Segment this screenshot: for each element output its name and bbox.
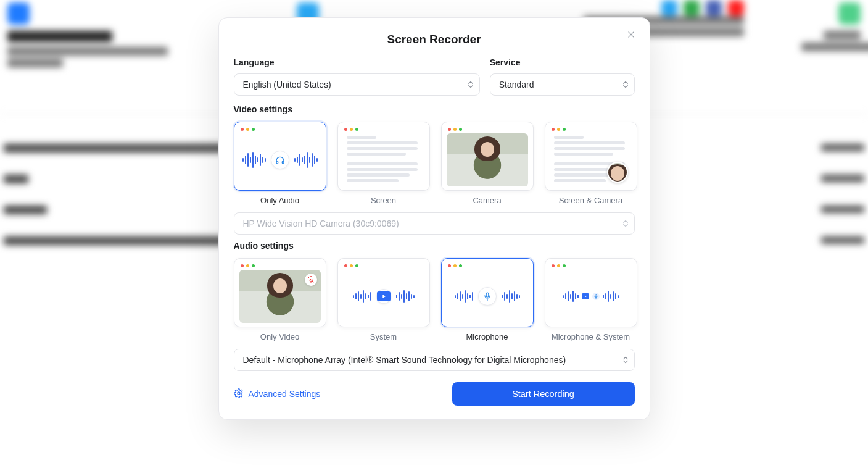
chevron-updown-icon xyxy=(468,81,473,88)
window-dots-icon xyxy=(448,128,528,131)
audio-options: Only Video xyxy=(234,258,635,341)
audio-option-only-video[interactable] xyxy=(234,258,326,327)
start-recording-button[interactable]: Start Recording xyxy=(452,382,635,406)
audio-option-microphone[interactable] xyxy=(441,258,534,327)
video-option-label: Only Audio xyxy=(260,196,299,205)
close-button[interactable] xyxy=(622,27,640,44)
window-dots-icon xyxy=(241,128,321,131)
chevron-updown-icon xyxy=(623,220,628,227)
window-dots-icon xyxy=(241,264,321,267)
window-dots-icon xyxy=(552,128,632,131)
video-option-label: Screen & Camera xyxy=(559,196,622,205)
audio-option-system[interactable] xyxy=(337,258,430,327)
system-audio-icon xyxy=(376,289,391,304)
video-option-label: Screen xyxy=(371,196,396,205)
language-value: English (United States) xyxy=(243,80,331,90)
svg-rect-10 xyxy=(595,295,597,297)
service-select[interactable]: Standard xyxy=(490,73,635,96)
mic-muted-icon xyxy=(305,274,317,286)
service-label: Service xyxy=(490,57,635,67)
audio-option-label: Only Video xyxy=(260,332,299,341)
chevron-updown-icon xyxy=(623,81,628,88)
audio-option-label: Microphone & System xyxy=(552,332,630,341)
window-dots-icon xyxy=(344,128,424,131)
window-dots-icon xyxy=(344,264,424,267)
video-option-label: Camera xyxy=(473,196,501,205)
language-select[interactable]: English (United States) xyxy=(234,73,480,96)
advanced-settings-label: Advanced Settings xyxy=(249,389,321,399)
microphone-device-select[interactable]: Default - Microphone Array (Intel® Smart… xyxy=(234,349,635,371)
microphone-icon xyxy=(592,293,600,300)
svg-marker-6 xyxy=(382,295,386,298)
audio-option-microphone-system[interactable] xyxy=(545,258,637,327)
video-option-screen-camera[interactable] xyxy=(545,122,637,191)
svg-rect-7 xyxy=(486,293,489,297)
close-icon xyxy=(627,30,635,41)
window-dots-icon xyxy=(552,264,632,267)
audio-option-label: System xyxy=(370,332,397,341)
headphones-icon xyxy=(271,151,289,169)
video-option-only-audio[interactable] xyxy=(234,122,326,191)
window-dots-icon xyxy=(448,264,528,267)
modal-title: Screen Recorder xyxy=(234,33,635,46)
microphone-device-value: Default - Microphone Array (Intel® Smart… xyxy=(243,355,566,365)
camera-pip-icon xyxy=(607,162,628,183)
system-audio-icon xyxy=(582,293,589,299)
modal-overlay: Screen Recorder Language English (United… xyxy=(0,0,868,468)
camera-device-value: HP Wide Vision HD Camera (30c9:0069) xyxy=(243,219,399,228)
video-option-camera[interactable] xyxy=(441,122,534,191)
gear-icon xyxy=(234,388,244,400)
video-settings-label: Video settings xyxy=(234,104,635,114)
advanced-settings-button[interactable]: Advanced Settings xyxy=(234,386,321,403)
camera-device-select[interactable]: HP Wide Vision HD Camera (30c9:0069) xyxy=(234,212,635,235)
video-option-screen[interactable] xyxy=(337,122,430,191)
svg-rect-2 xyxy=(276,161,278,164)
svg-point-12 xyxy=(238,392,240,395)
microphone-icon xyxy=(478,287,497,306)
svg-marker-9 xyxy=(585,295,587,298)
language-label: Language xyxy=(234,57,480,67)
audio-settings-label: Audio settings xyxy=(234,241,635,251)
service-value: Standard xyxy=(499,80,534,90)
chevron-updown-icon xyxy=(623,357,628,364)
svg-rect-3 xyxy=(282,161,284,164)
audio-option-label: Microphone xyxy=(466,332,508,341)
screen-recorder-modal: Screen Recorder Language English (United… xyxy=(218,17,650,420)
video-options: Only Audio Screen xyxy=(234,122,635,205)
